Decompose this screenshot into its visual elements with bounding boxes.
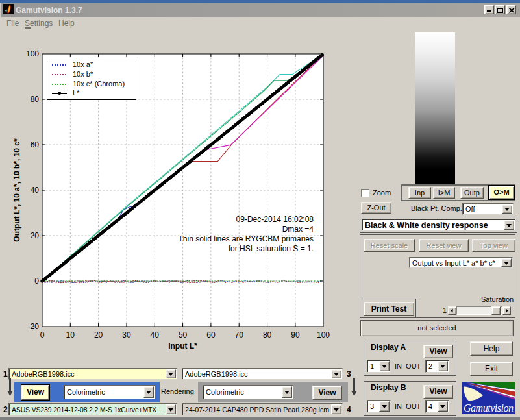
svg-text:09-Dec-2014 16:02:08: 09-Dec-2014 16:02:08 xyxy=(236,215,314,224)
svg-text:-20: -20 xyxy=(28,322,40,331)
svg-text:90: 90 xyxy=(291,330,300,340)
svg-text:30: 30 xyxy=(122,330,131,340)
svg-text:20: 20 xyxy=(94,330,103,340)
svg-text:Input L*: Input L* xyxy=(168,341,197,351)
svg-text:20: 20 xyxy=(31,231,40,240)
svg-text:50: 50 xyxy=(179,330,188,340)
svg-text:40: 40 xyxy=(151,330,160,340)
svg-text:Thin solid lines are RYGCBM pr: Thin solid lines are RYGCBM primaries xyxy=(178,234,314,243)
svg-text:80: 80 xyxy=(263,330,272,340)
svg-text:60: 60 xyxy=(31,140,40,149)
svg-text:0: 0 xyxy=(34,277,39,286)
svg-text:100: 100 xyxy=(26,49,39,58)
svg-text:Dmax =4: Dmax =4 xyxy=(282,225,314,234)
svg-text:80: 80 xyxy=(31,95,40,104)
svg-text:0: 0 xyxy=(40,330,45,340)
svg-text:Gamutvision: Gamutvision xyxy=(464,402,514,414)
svg-text:for HSL saturation S = 1.: for HSL saturation S = 1. xyxy=(229,244,314,253)
svg-text:100: 100 xyxy=(317,330,330,340)
svg-text:Output L*, 10 a*, 10 b*, 10 c*: Output L*, 10 a*, 10 b*, 10 c* xyxy=(12,138,21,242)
svg-text:40: 40 xyxy=(31,186,40,195)
svg-text:60: 60 xyxy=(206,330,216,340)
svg-text:70: 70 xyxy=(235,330,244,340)
svg-text:10: 10 xyxy=(66,330,75,340)
